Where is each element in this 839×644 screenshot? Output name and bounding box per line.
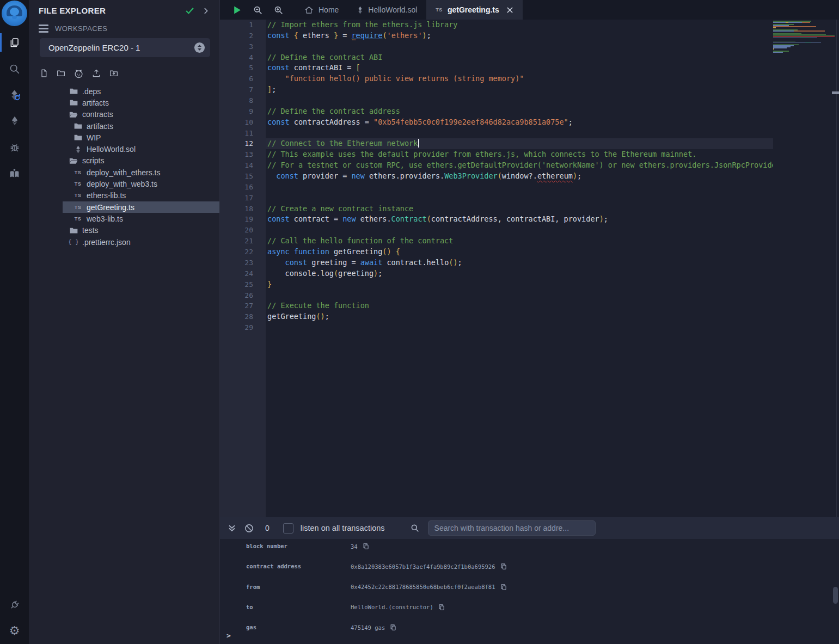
tree-item--deps[interactable]: .deps [63, 85, 219, 97]
ts-icon: TS [74, 216, 82, 222]
code-token: ) [422, 31, 427, 40]
code-line-21: 21// Call the hello function of the cont… [219, 236, 839, 247]
github-icon[interactable] [74, 69, 84, 79]
tree-item-artifacts[interactable]: artifacts [63, 120, 219, 132]
settings-icon[interactable]: ⚙ [0, 618, 29, 644]
tree-item-artifacts[interactable]: artifacts [63, 97, 219, 108]
code-line-19: 19const contract = new ethers.Contract(c… [219, 214, 839, 225]
code-token: ethers.providers. [365, 171, 444, 180]
solidity-icon [74, 145, 82, 154]
code-token: function [294, 247, 329, 256]
upload-file-icon[interactable] [91, 69, 101, 79]
copy-icon[interactable] [363, 543, 369, 550]
line-number: 23 [219, 257, 253, 268]
terminal-row-label: gas [246, 624, 256, 630]
activity-bar: ⚙ [0, 0, 29, 644]
listen-checkbox[interactable] [283, 523, 293, 533]
copy-icon[interactable] [438, 604, 445, 611]
tree-item-label: web3-lib.ts [87, 214, 123, 223]
tree-item-scripts[interactable]: scripts [63, 155, 219, 167]
line-number: 2 [219, 30, 253, 41]
code-line-26: 26 [219, 290, 839, 301]
upload-folder-icon[interactable] [109, 69, 119, 79]
code-token: ) [373, 269, 378, 278]
zoom-out-icon[interactable] [253, 0, 262, 20]
tree-item-tests[interactable]: tests [63, 225, 219, 236]
line-number: 18 [219, 204, 253, 214]
code-token: ] [267, 85, 272, 94]
tree-item-wip[interactable]: WIP [63, 132, 219, 143]
code-token: ; [458, 258, 462, 267]
tree-item-ethers-lib-ts[interactable]: TSethers-lib.ts [63, 190, 219, 201]
code-token: } [334, 31, 338, 40]
solidity-compiler-icon[interactable] [0, 82, 29, 108]
code-token: } [267, 280, 272, 289]
workspaces-menu-icon[interactable] [39, 24, 48, 32]
tab-getgreeting-ts[interactable]: TSgetGreeting.ts [426, 0, 522, 20]
tab-label: Home [319, 5, 339, 14]
code-token: // Connect to the Ethereum network [267, 139, 418, 148]
folder-open-icon [69, 157, 78, 164]
chevron-right-icon[interactable] [202, 7, 210, 15]
code-token: provider = [298, 171, 352, 180]
code-token: // Execute the function [267, 301, 369, 310]
learneth-icon[interactable] [0, 160, 29, 186]
tree-item-getgreeting-ts[interactable]: TSgetGreeting.ts [63, 201, 219, 213]
tree-item-label: .prettierrc.json [82, 238, 131, 247]
code-token: ( [427, 214, 431, 223]
remix-logo-icon[interactable] [2, 1, 27, 26]
copy-icon[interactable] [500, 563, 507, 570]
code-editor[interactable]: 1// Import ethers from the ethers.js lib… [219, 20, 839, 517]
listen-label[interactable]: listen on all transactions [301, 524, 385, 532]
run-script-button[interactable] [232, 0, 242, 20]
new-folder-icon[interactable] [56, 69, 66, 79]
tab-helloworld-sol[interactable]: HelloWorld.sol [348, 0, 426, 20]
folder-closed-icon [69, 99, 78, 106]
line-number: 17 [219, 193, 253, 204]
close-tab-icon[interactable] [506, 7, 513, 14]
code-token: () [382, 247, 391, 256]
collapse-terminal-icon[interactable] [228, 524, 236, 532]
line-number: 24 [219, 268, 253, 279]
terminal-scrollbar[interactable] [833, 587, 838, 604]
tree-item-helloworld-sol[interactable]: HelloWorld.sol [63, 143, 219, 155]
minimap-segment [773, 27, 776, 28]
code-line-8: 8 [219, 95, 839, 106]
terminal-row-block-number: block number34 [219, 539, 839, 559]
code-token: // Call the hello function of the contra… [267, 236, 453, 245]
terminal-row-label: from [246, 584, 260, 590]
line-number: 21 [219, 236, 253, 247]
minimap-segment [794, 30, 825, 32]
copy-icon[interactable] [500, 584, 507, 591]
clear-console-icon[interactable] [244, 524, 254, 533]
tab-home[interactable]: Home [295, 0, 348, 20]
check-icon[interactable] [185, 6, 194, 15]
terminal-prompt[interactable]: > [226, 631, 231, 640]
code-line-2: 2const { ethers } = require('ethers'); [219, 30, 839, 41]
code-token [267, 74, 285, 83]
overview-ruler [836, 20, 837, 517]
code-token [391, 247, 396, 256]
tree-item-web3-lib-ts[interactable]: TSweb3-lib.ts [63, 213, 219, 224]
code-token: ethers [298, 31, 334, 40]
file-explorer-icon[interactable] [0, 29, 29, 56]
zoom-in-icon[interactable] [274, 0, 283, 20]
search-icon[interactable] [0, 56, 29, 82]
line-number: 15 [219, 171, 253, 182]
tree-item-deploy-with-web3-ts[interactable]: TSdeploy_with_web3.ts [63, 178, 219, 189]
tree-item--prettierrc-json[interactable]: { }.prettierrc.json [63, 236, 219, 248]
line-number: 7 [219, 84, 253, 95]
code-line-5: 5const contractABI = [ [219, 63, 839, 73]
minimap[interactable] [773, 20, 835, 517]
code-token: new [351, 171, 364, 180]
tree-item-deploy-with-ethers-ts[interactable]: TSdeploy_with_ethers.ts [63, 167, 219, 178]
terminal-search-input[interactable] [428, 520, 596, 536]
folder-closed-icon [69, 88, 78, 95]
plugin-manager-icon[interactable] [0, 592, 29, 618]
new-file-icon[interactable] [39, 69, 48, 79]
copy-icon[interactable] [390, 624, 396, 631]
workspace-select[interactable]: OpenZeppelin ERC20 - 1 [40, 38, 210, 57]
deploy-run-icon[interactable] [0, 108, 29, 134]
debugger-icon[interactable] [0, 134, 29, 160]
tree-item-contracts[interactable]: contracts [63, 109, 219, 120]
